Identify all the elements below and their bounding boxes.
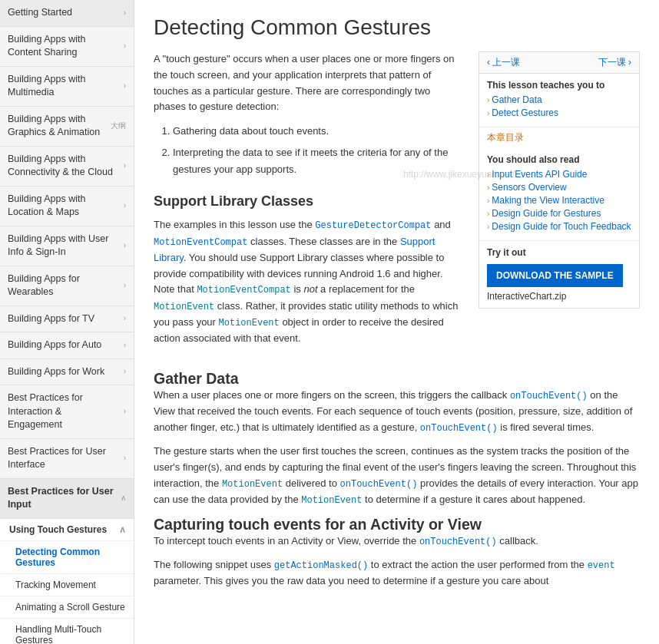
capture-paragraph-1: To intercept touch events in an Activity… [154,533,640,550]
also-read-list: › Input Events API Guide › Sensors Overv… [487,169,631,232]
arrow-icon-2: › [487,109,489,117]
gather-data-link[interactable]: Gather Data [492,94,541,105]
teaches-list: › Gather Data › Detect Gestures [487,94,631,118]
arrow-icon-7: › [487,223,489,231]
event-param-code: event [588,560,615,571]
sidebar-item-interaction[interactable]: Best Practices for Interaction & Engagem… [0,385,134,439]
arrow-icon-1: › [487,96,489,104]
arrow-icon-4: › [487,183,489,192]
gather-data-heading: Gather Data [154,370,640,388]
sidebar-item-tv[interactable]: Building Apps for TV › [0,306,134,333]
sidebar-item-getting-started[interactable]: Getting Started › [0,0,134,27]
read-item-sensors: › Sensors Overview [487,182,631,193]
step-2: Interpreting the data to see if it meets… [173,144,463,178]
motion-event-code2: MotionEvent [219,318,280,329]
sidebar-item-work[interactable]: Building Apps for Work › [0,359,134,386]
gather-data-section: Gather Data When a user places one or mo… [154,370,640,590]
chapter-dir-label: 本章目录 [479,127,639,148]
sidebar-item-auto[interactable]: Building Apps for Auto › [0,332,134,359]
read-item-gestures: › Design Guide for Gestures [487,208,631,219]
teach-item-gather: › Gather Data [487,94,631,105]
on-touch-event-link-1[interactable]: onTouchEvent() [510,391,588,401]
input-events-link[interactable]: Input Events API Guide [492,169,587,180]
gather-paragraph-1: When a user places one or more fingers o… [154,388,640,436]
motion-event-inline-2: MotionEvent [301,495,362,506]
motion-event-compat-code: MotionEventCompat [197,285,290,296]
zip-filename: InteractiveChart.zip [487,291,631,302]
prev-lesson-link[interactable]: ‹ 上一课 [487,56,520,69]
motion-event-code: MotionEvent [154,302,214,312]
read-item-touch-feedback: › Design Guide for Touch Feedback [487,221,631,232]
sidebar: Getting Started › Building Apps with Con… [0,0,134,644]
arrow-icon-3: › [487,170,489,179]
teach-item-detect: › Detect Gestures [487,107,631,118]
steps-list: Gathering data about touch events. Inter… [173,123,463,178]
lesson-nav: ‹ 上一课 下一课 › [479,52,639,74]
sidebar-item-multimedia[interactable]: Building Apps with Multimedia › [0,67,134,107]
teaches-section: This lesson teaches you to › Gather Data… [479,74,639,127]
read-item-view-interactive: › Making the View Interactive [487,195,631,206]
next-lesson-link[interactable]: 下一课 › [598,56,631,69]
try-it-section: Try it out DOWNLOAD THE SAMPLE Interacti… [479,241,639,308]
capture-heading: Capturing touch events for an Activity o… [154,516,640,533]
sidebar-item-user-input[interactable]: Best Practices for User Input ∧ [0,479,134,519]
support-paragraph: The examples in this lesson use the Gest… [154,217,463,346]
sidebar-sub-detecting[interactable]: Detecting Common Gestures [0,541,134,574]
motion-event-inline-1: MotionEvent [222,479,283,490]
gesture-detector-compat-link[interactable]: GestureDetectorCompat [315,220,431,231]
on-touch-event-link-2[interactable]: onTouchEvent() [420,423,498,434]
main-text: A "touch gesture" occurs when a user pla… [154,51,463,355]
get-action-masked-link[interactable]: getActionMasked() [274,560,368,571]
on-touch-event-link-4[interactable]: onTouchEvent() [419,537,497,547]
sidebar-sub-animating[interactable]: Animating a Scroll Gesture [0,596,134,619]
support-heading: Support Library Classes [154,193,463,210]
sidebar-item-location[interactable]: Building Apps with Location & Maps › [0,187,134,226]
gather-paragraph-2: The gesture starts when the user first t… [154,444,640,508]
sidebar-sub-touch-header[interactable]: Using Touch Gestures ∧ [0,519,134,541]
capture-paragraph-2: The following snippet uses getActionMask… [154,557,640,590]
sidebar-item-user-info[interactable]: Building Apps with User Info & Sign-In › [0,226,134,266]
motion-event-compat-link[interactable]: MotionEventCompat [154,237,247,248]
try-it-header: Try it out [487,247,631,258]
intro-paragraph: A "touch gesture" occurs when a user pla… [154,51,463,115]
teaches-header: This lesson teaches you to [487,80,631,91]
sensors-overview-link[interactable]: Sensors Overview [492,182,566,193]
main-content: Detecting Common Gestures A "touch gestu… [134,0,659,644]
also-read-section: You should also read › Input Events API … [479,148,639,241]
also-read-header: You should also read [487,154,631,165]
arrow-icon-6: › [487,210,489,218]
sidebar-sub-multi-touch[interactable]: Handling Multi-Touch Gestures [0,619,134,645]
sidebar-item-user-interface[interactable]: Best Practices for User Interface › [0,439,134,479]
sidebar-item-graphics[interactable]: Building Apps with Graphics & Animation … [0,107,134,147]
read-item-input: › Input Events API Guide [487,169,631,180]
sidebar-sub-tracking[interactable]: Tracking Movement [0,574,134,596]
view-interactive-link[interactable]: Making the View Interactive [492,195,604,206]
on-touch-event-link-3[interactable]: onTouchEvent() [340,479,418,490]
download-sample-button[interactable]: DOWNLOAD THE SAMPLE [487,264,623,287]
sidebar-item-wearables[interactable]: Building Apps for Wearables › [0,266,134,306]
design-gestures-link[interactable]: Design Guide for Gestures [492,208,601,219]
design-touch-feedback-link[interactable]: Design Guide for Touch Feedback [492,221,631,232]
arrow-icon-5: › [487,197,489,205]
lesson-sidebar-box: ‹ 上一课 下一课 › This lesson teaches you to ›… [479,51,640,309]
detect-gestures-link[interactable]: Detect Gestures [492,107,558,118]
sidebar-sub-touch-gestures: Using Touch Gestures ∧ Detecting Common … [0,519,134,645]
step-1: Gathering data about touch events. [173,123,463,140]
sidebar-item-content-sharing[interactable]: Building Apps with Content Sharing › [0,27,134,67]
page-title: Detecting Common Gestures [154,15,640,40]
sidebar-item-connectivity[interactable]: Building Apps with Connectivity & the Cl… [0,147,134,187]
